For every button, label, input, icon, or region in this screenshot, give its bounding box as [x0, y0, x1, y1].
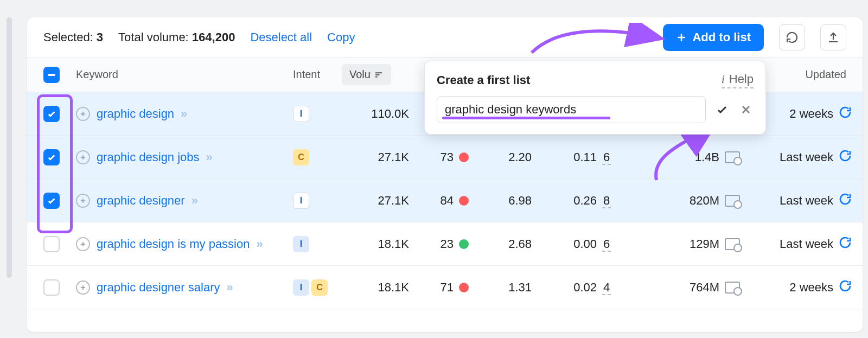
results-value: 764M [690, 280, 719, 295]
results-value: 129M [690, 237, 719, 251]
refresh-row-button[interactable] [839, 106, 852, 122]
kd-dot-icon [459, 239, 469, 249]
header-checkbox[interactable] [43, 67, 76, 83]
intent-badge: I [293, 193, 309, 209]
sort-icon [374, 70, 384, 80]
help-link[interactable]: i Help [722, 72, 754, 88]
info-icon: i [722, 72, 725, 86]
popover-title: Create a first list [437, 73, 530, 87]
expand-icon[interactable] [76, 150, 90, 164]
add-to-list-button[interactable]: Add to list [663, 24, 764, 51]
results-cell: 1.4B [646, 150, 743, 164]
column-keyword[interactable]: Keyword [76, 68, 293, 81]
expand-icon[interactable] [76, 107, 90, 121]
intent-cell: I [293, 106, 342, 122]
export-button[interactable] [820, 24, 846, 50]
results-value: 1.4B [695, 150, 719, 164]
keyword-cell: graphic design is my passion» [76, 237, 293, 251]
refresh-icon [786, 31, 799, 44]
cpc-value: 1.31 [472, 280, 537, 295]
copy-link[interactable]: Copy [327, 30, 355, 44]
total-label: Total volume: [118, 30, 189, 44]
column-volume[interactable]: Volu [342, 64, 418, 85]
keyword-link[interactable]: graphic design is my passion [97, 237, 250, 251]
keyword-link[interactable]: graphic designer salary [97, 280, 220, 295]
annotation-underline [442, 117, 610, 119]
updated-cell: Last week [743, 149, 852, 165]
close-icon [739, 103, 752, 116]
serp-icon[interactable] [725, 238, 740, 250]
refresh-button[interactable] [779, 24, 805, 50]
toolbar: Selected: 3 Total volume: 164,200 Desele… [27, 17, 863, 58]
kd-cell: 84 [418, 194, 472, 208]
keyword-cell: graphic designer salary» [76, 280, 293, 295]
cancel-button[interactable] [738, 102, 754, 117]
export-icon [827, 31, 840, 44]
intent-badge: C [293, 149, 309, 165]
results-cell: 764M [646, 280, 743, 295]
create-list-popover: Create a first list i Help [424, 61, 766, 135]
com-value: 0.26 [537, 194, 602, 208]
add-to-list-label: Add to list [692, 30, 751, 44]
total-value: 164,200 [192, 30, 235, 44]
com-value: 0.00 [537, 237, 602, 251]
row-checkbox[interactable] [43, 279, 60, 296]
intent-badge: I [293, 106, 309, 122]
intent-badge: C [311, 279, 328, 296]
row-checkbox[interactable] [43, 193, 60, 209]
cpc-value: 2.68 [472, 237, 537, 251]
keyword-link[interactable]: graphic design [97, 107, 174, 121]
kd-value: 23 [441, 237, 454, 251]
chevron-right-icon: » [192, 194, 196, 208]
table-row: graphic designer»I27.1K846.980.268820MLa… [27, 179, 863, 222]
expand-icon[interactable] [76, 194, 90, 208]
main-panel: Selected: 3 Total volume: 164,200 Desele… [27, 17, 863, 332]
page-scrollbar[interactable] [7, 17, 12, 278]
chevron-right-icon: » [181, 107, 185, 121]
serp-icon[interactable] [725, 195, 740, 207]
selected-value: 3 [97, 30, 103, 44]
updated-cell: 2 weeks [743, 279, 852, 296]
deselect-all-link[interactable]: Deselect all [250, 30, 312, 44]
row-checkbox[interactable] [43, 149, 60, 165]
keyword-cell: graphic design jobs» [76, 150, 293, 164]
updated-cell: Last week [743, 236, 852, 252]
kd-dot-icon [459, 196, 469, 206]
results-cell: 129M [646, 237, 743, 251]
updated-text: Last week [780, 150, 833, 164]
serp-features-count: 4 [602, 280, 646, 295]
keyword-link[interactable]: graphic design jobs [97, 150, 200, 164]
expand-icon[interactable] [76, 280, 90, 295]
results-value: 820M [690, 194, 719, 208]
refresh-row-button[interactable] [839, 149, 852, 165]
intent-cell: I [293, 236, 342, 252]
volume-value: 18.1K [342, 280, 418, 295]
row-checkbox[interactable] [43, 106, 60, 122]
table-row: graphic design jobs»C27.1K732.200.1161.4… [27, 136, 863, 179]
keyword-link[interactable]: graphic designer [97, 194, 185, 208]
refresh-row-button[interactable] [839, 193, 852, 209]
updated-text: Last week [780, 237, 833, 251]
expand-icon[interactable] [76, 237, 90, 251]
kd-cell: 73 [418, 150, 472, 164]
column-intent[interactable]: Intent [293, 68, 342, 81]
chevron-right-icon: » [206, 150, 210, 164]
row-checkbox[interactable] [43, 236, 60, 252]
refresh-row-button[interactable] [839, 279, 852, 296]
keyword-cell: graphic designer» [76, 194, 293, 208]
plus-icon [676, 32, 687, 43]
total-volume: Total volume: 164,200 [118, 30, 235, 44]
results-cell: 820M [646, 194, 743, 208]
volume-value: 27.1K [342, 194, 418, 208]
refresh-row-button[interactable] [839, 236, 852, 252]
com-value: 0.02 [537, 280, 602, 295]
confirm-button[interactable] [714, 102, 730, 117]
serp-icon[interactable] [725, 151, 740, 163]
chevron-right-icon: » [256, 237, 260, 251]
volume-value: 27.1K [342, 150, 418, 164]
selected-count: Selected: 3 [43, 30, 103, 44]
kd-cell: 71 [418, 280, 472, 295]
table-row: graphic designer salary»IC18.1K711.310.0… [27, 266, 863, 309]
serp-icon[interactable] [725, 282, 740, 294]
kd-dot-icon [459, 152, 469, 162]
